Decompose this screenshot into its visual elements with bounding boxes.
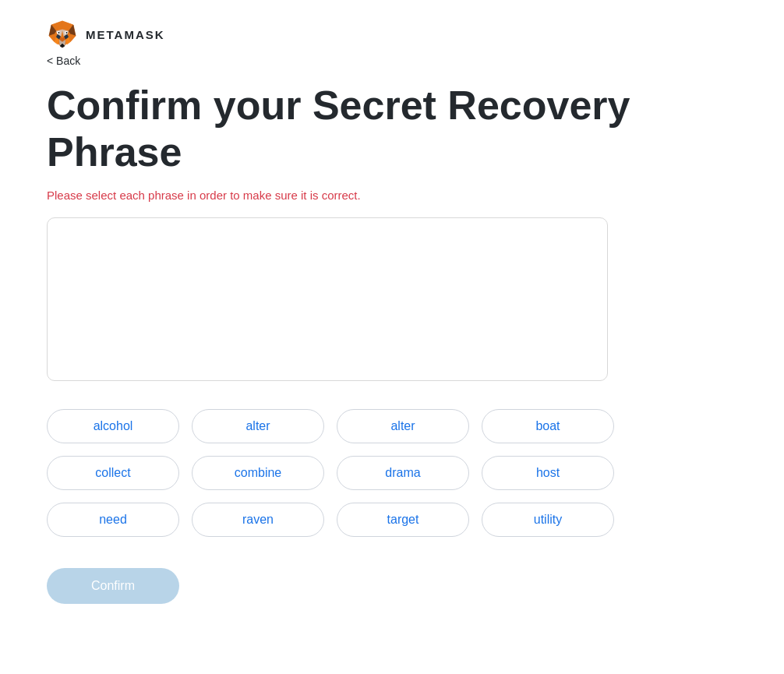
logo-row: METAMASK xyxy=(47,19,737,50)
word-chip[interactable]: need xyxy=(47,503,179,537)
word-chip[interactable]: host xyxy=(482,456,614,490)
metamask-logo-icon xyxy=(47,19,78,50)
header: METAMASK < Back xyxy=(47,19,737,67)
back-button[interactable]: < Back xyxy=(47,55,737,67)
word-chip[interactable]: alter xyxy=(192,409,324,443)
confirm-button[interactable]: Confirm xyxy=(47,568,179,604)
svg-point-12 xyxy=(66,32,68,34)
word-chip[interactable]: raven xyxy=(192,503,324,537)
svg-point-11 xyxy=(58,32,60,34)
word-chip[interactable]: alter xyxy=(337,409,469,443)
word-chip[interactable]: drama xyxy=(337,456,469,490)
word-chip[interactable]: collect xyxy=(47,456,179,490)
word-chip[interactable]: target xyxy=(337,503,469,537)
logo-text: METAMASK xyxy=(86,28,165,41)
page-title: Confirm your Secret Recovery Phrase xyxy=(47,83,737,176)
word-chip[interactable]: boat xyxy=(482,409,614,443)
word-chip[interactable]: combine xyxy=(192,456,324,490)
word-grid: alcoholalteralterboatcollectcombinedrama… xyxy=(47,409,608,537)
phrase-selection-box xyxy=(47,217,608,381)
word-chip[interactable]: alcohol xyxy=(47,409,179,443)
instruction-text: Please select each phrase in order to ma… xyxy=(47,189,737,202)
word-chip[interactable]: utility xyxy=(482,503,614,537)
